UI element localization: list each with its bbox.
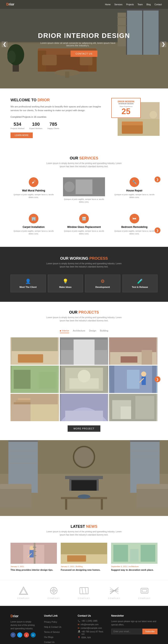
news-grid: January 2, 2021 This blog provides inter… xyxy=(10,543,158,572)
nav-contact[interactable]: Contact xyxy=(155,3,162,6)
nav-blog[interactable]: Blog xyxy=(147,3,151,6)
news-title-3: Suggest way to decoration work place. xyxy=(111,568,158,572)
footer-link-help[interactable]: Help & Contact Us xyxy=(44,626,61,628)
news-image-1 xyxy=(10,543,57,564)
tab-architecture[interactable]: Architecture xyxy=(73,328,85,333)
svg-rect-28 xyxy=(122,122,143,125)
svg-rect-109 xyxy=(61,543,107,554)
window-icon: 🪟 xyxy=(79,214,89,224)
wall-painting-icon: 🖌 xyxy=(29,177,38,187)
services-title: OUR SERVICES xyxy=(10,156,158,160)
nav-services[interactable]: Services xyxy=(114,3,122,6)
footer-newsletter-heading: Newsletter xyxy=(111,614,158,617)
footer-contact-heading: Contact Us xyxy=(78,614,105,617)
social-linkedin-button[interactable]: in xyxy=(31,632,36,638)
hero-next-arrow[interactable]: ❯ xyxy=(161,41,166,47)
svg-rect-41 xyxy=(94,350,107,365)
hero-cta-button[interactable]: CONTACT US xyxy=(71,50,98,57)
service-desc-6: Quisque ut justo sagittis, semper lacus … xyxy=(113,230,155,236)
svg-point-99 xyxy=(30,546,34,550)
svg-rect-44 xyxy=(121,356,138,363)
svg-rect-70 xyxy=(135,396,154,419)
nav-team[interactable]: Team xyxy=(138,3,143,6)
newsletter-email-input[interactable] xyxy=(111,629,142,634)
service-desc-5: Quisque ut justo sagittis, semper lacus … xyxy=(63,230,105,236)
svg-rect-31 xyxy=(76,180,92,194)
email-icon-1: ✉ xyxy=(78,623,79,626)
service-desc-2: Quisque ut justo sagittis, semper lacus … xyxy=(63,198,105,204)
tab-building[interactable]: Building xyxy=(100,328,108,333)
welcome-countries: Completed Projects in 16 countries xyxy=(10,115,103,119)
news-image-2 xyxy=(61,543,107,564)
services-scroll-button[interactable]: ❯ xyxy=(155,228,161,233)
stat-projects: 534 Projects Worked xyxy=(10,122,24,130)
projects-section: OUR PROJECTS Lorem ipsum is simply dummy… xyxy=(0,302,168,440)
svg-rect-67 xyxy=(65,411,103,421)
svg-rect-59 xyxy=(127,370,140,389)
service-bedroom: 🛏 Bedroom Remodeling Quisque ut justo sa… xyxy=(111,211,158,238)
svg-rect-57 xyxy=(142,376,146,385)
house-repair-icon: 🔧 xyxy=(130,177,139,187)
svg-rect-49 xyxy=(39,372,56,389)
bedroom-icon: 🛏 xyxy=(130,214,139,224)
hero-section: ❮ DRIOR INTERIOR DESIGN Lorem ipsum dolo… xyxy=(0,0,168,88)
welcome-section: WELCOME TO DRIOR We are professional wor… xyxy=(0,88,168,148)
project-img-3 xyxy=(109,337,158,365)
svg-point-53 xyxy=(78,370,90,382)
company-logo-3: COMPANY xyxy=(78,586,90,599)
footer-link-blog[interactable]: Our Blogs xyxy=(44,636,53,638)
project-img-1 xyxy=(10,337,59,365)
process-subtitle: Lorem ipsum is simply dummy text of the … xyxy=(44,262,124,268)
project-img-2 xyxy=(60,337,108,365)
newsletter-subscribe-button[interactable]: Subscribe xyxy=(142,629,158,634)
service-title-6: Bedroom Remodeling xyxy=(113,226,155,228)
footer-contact-col: Contact Us 📞 +80 1 (345) 1985 ✉ info@exa… xyxy=(78,614,105,644)
news-card-3: September 5, 2021 | Architecture Suggest… xyxy=(111,543,158,572)
project-img-5 xyxy=(60,366,108,393)
service-desc-4: Quisque ut justo sagittis, semper lacus … xyxy=(13,230,55,236)
service-carpet: 🏢 Carpet Installation Quisque ut justo s… xyxy=(10,211,57,238)
services-section: OUR SERVICES Lorem ipsum is simply dummy… xyxy=(0,148,168,247)
social-google-button[interactable]: g xyxy=(24,632,29,638)
process-step-ideas: 💡 Make Ideas xyxy=(48,274,83,292)
news-section: LATEST NEWS Lorem ipsum is simply dummy … xyxy=(0,516,168,580)
test-release-icon: 🧪 xyxy=(125,278,155,284)
company-logo-4: COMPANY xyxy=(108,586,121,599)
svg-rect-96 xyxy=(0,440,168,516)
nav-projects[interactable]: Projects xyxy=(126,3,134,6)
tab-interior[interactable]: Interior xyxy=(60,328,69,333)
svg-rect-64 xyxy=(18,398,30,400)
more-projects-button[interactable]: MORE PROJECT xyxy=(68,426,100,432)
news-card-1: January 2, 2021 This blog provides inter… xyxy=(10,543,57,572)
company-label-3: COMPANY xyxy=(78,597,90,599)
footer-about-col: Drior Lorem ipsum is simply dummy text o… xyxy=(10,614,38,644)
process-step-label-3: Development xyxy=(87,286,118,288)
contact-email-1: ✉ info@example.com xyxy=(78,623,105,626)
location-icon: 📍 xyxy=(78,636,80,639)
project-img-9 xyxy=(109,394,158,421)
footer-link-terms[interactable]: Terms of Service xyxy=(44,631,60,633)
phone-icon: 📞 xyxy=(78,620,80,622)
contact-phone: 📞 +80 1 (345) 1985 xyxy=(78,620,105,622)
contact-address: 📍 6584, N/A xyxy=(78,636,105,639)
learn-more-button[interactable]: LEARN MORE xyxy=(10,132,33,138)
social-twitter-button[interactable]: t xyxy=(17,632,22,638)
project-img-7 xyxy=(10,394,59,421)
tab-design[interactable]: Design xyxy=(89,328,96,333)
svg-rect-40 xyxy=(61,350,74,365)
process-step-development: ⚙ Development xyxy=(85,274,120,292)
footer: Drior Lorem ipsum is simply dummy text o… xyxy=(0,606,168,644)
social-facebook-button[interactable]: f xyxy=(10,632,15,638)
services-scroll-up-button[interactable]: ❯ xyxy=(155,176,161,182)
nav-home[interactable]: Home xyxy=(105,3,111,6)
footer-link-contact[interactable]: Contact Us xyxy=(44,641,54,643)
service-wall-painting: 🖌 Wall Mural Painting Quisque ut justo s… xyxy=(10,174,57,206)
email-icon-2: ✉ xyxy=(78,627,79,629)
footer-link-privacy[interactable]: Privacy Policy xyxy=(44,621,57,623)
svg-line-123 xyxy=(85,588,86,594)
hero-prev-arrow[interactable]: ❮ xyxy=(2,41,7,47)
svg-rect-112 xyxy=(113,545,128,562)
svg-rect-105 xyxy=(33,555,36,556)
svg-rect-102 xyxy=(34,543,35,564)
projects-scroll-button[interactable]: ❯ xyxy=(155,376,161,382)
